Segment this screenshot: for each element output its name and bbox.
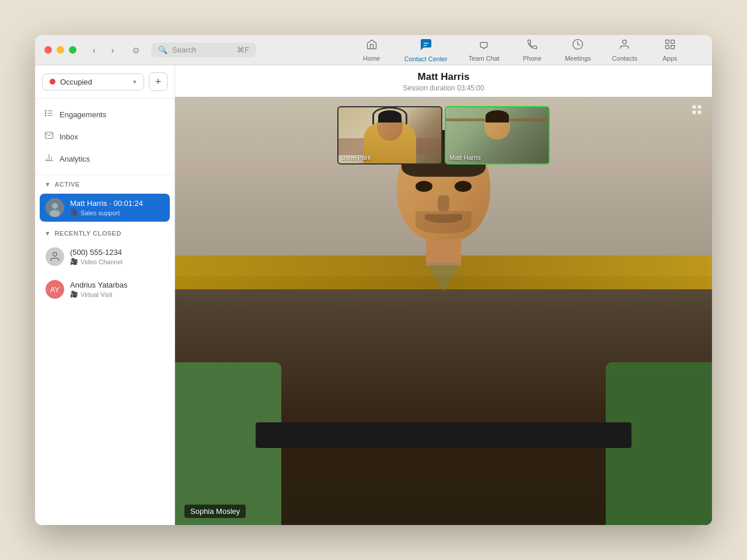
- sidebar-nav: Engagements Inbox: [35, 99, 174, 175]
- analytics-icon: [44, 153, 54, 164]
- svg-rect-3: [671, 40, 675, 43]
- analytics-label: Analytics: [60, 155, 90, 163]
- nav-label-home: Home: [363, 55, 380, 62]
- close-button[interactable]: [44, 46, 52, 54]
- person-body: [344, 262, 543, 498]
- back-button[interactable]: ‹: [86, 42, 102, 58]
- person-nose: [438, 195, 449, 211]
- team-chat-icon: [478, 38, 490, 53]
- closed-item-info: (500) 555-1234 🎥 Video Channel: [70, 248, 164, 265]
- svg-rect-2: [666, 40, 669, 43]
- thumbnail-jane-park[interactable]: Jane Park: [337, 106, 442, 164]
- closed-section-label: RECENTLY CLOSED: [54, 230, 121, 237]
- nav-label-team-chat: Team Chat: [469, 55, 500, 62]
- svg-point-17: [52, 203, 58, 209]
- status-dropdown[interactable]: Occupied ▾: [42, 74, 144, 90]
- phone-icon: [526, 38, 538, 53]
- status-label: Occupied: [60, 78, 128, 86]
- sidebar-item-engagements[interactable]: Engagements: [35, 103, 174, 125]
- search-shortcut: ⌘F: [237, 46, 249, 54]
- person-neck: [426, 239, 461, 265]
- app-window: ‹ › ⊙ 🔍 Search ⌘F Home: [35, 35, 712, 525]
- contacts-icon: [619, 38, 630, 53]
- nav-label-apps: Apps: [662, 55, 677, 62]
- nav-label-contact-center: Contact Center: [404, 55, 448, 62]
- video-icon-small: 🎥: [70, 209, 78, 216]
- main-content: Occupied ▾ +: [35, 65, 712, 525]
- nav-item-contacts[interactable]: Contacts: [603, 35, 647, 65]
- home-icon: [366, 38, 378, 53]
- svg-rect-23: [698, 111, 701, 114]
- svg-rect-4: [666, 45, 669, 48]
- video-main: Jane Park Matt Harris: [175, 97, 712, 525]
- search-bar[interactable]: 🔍 Search ⌘F: [151, 43, 256, 57]
- closed-item-name: (500) 555-1234: [70, 248, 164, 257]
- apps-icon: [664, 38, 676, 53]
- inbox-label: Inbox: [60, 132, 78, 141]
- video-icon-small: 🎥: [70, 258, 78, 265]
- closed-item-unknown-caller[interactable]: (500) 555-1234 🎥 Video Channel: [40, 243, 170, 271]
- nav-item-meetings[interactable]: Meetings: [556, 35, 601, 65]
- svg-rect-21: [698, 106, 701, 109]
- svg-point-1: [623, 40, 627, 44]
- closed-section-header[interactable]: ▼ RECENTLY CLOSED: [35, 224, 174, 240]
- thumb-jane-head: [377, 110, 403, 141]
- active-section-header[interactable]: ▼ ACTIVE: [35, 175, 174, 191]
- minimize-button[interactable]: [57, 46, 64, 54]
- nav-item-phone[interactable]: Phone: [511, 35, 553, 65]
- nav-item-apps[interactable]: Apps: [649, 35, 691, 65]
- closed-item-name: Andrius Yatarbas: [70, 281, 164, 289]
- grid-layout-icon[interactable]: [691, 104, 703, 118]
- dropdown-arrow-icon: ▾: [133, 78, 137, 86]
- nav-arrows: ‹ ›: [86, 42, 121, 58]
- session-duration: Session duration 03:45:00: [175, 84, 712, 92]
- closed-item-info: Andrius Yatarbas 🎥 Virtual Visit: [70, 281, 164, 298]
- engagements-label: Engagements: [60, 110, 106, 119]
- nav-item-team-chat[interactable]: Team Chat: [459, 35, 509, 65]
- avatar: [46, 198, 64, 217]
- closed-item-sub: 🎥 Video Channel: [70, 258, 164, 265]
- thumbnails-container: Jane Park Matt Harris: [337, 106, 550, 164]
- svg-rect-20: [693, 106, 696, 109]
- sidebar-top: Occupied ▾ +: [35, 65, 174, 99]
- history-button[interactable]: ⊙: [128, 42, 144, 58]
- svg-rect-5: [671, 45, 675, 48]
- active-item-name: Matt Harris · 00:01:24: [70, 199, 164, 208]
- sidebar-item-inbox[interactable]: Inbox: [35, 125, 174, 148]
- nav-label-phone: Phone: [523, 55, 542, 62]
- active-item-sub: 🎥 Sales support: [70, 209, 164, 216]
- maximize-button[interactable]: [69, 46, 76, 54]
- closed-item-andrius[interactable]: AY Andrius Yatarbas 🎥 Virtual Visit: [40, 275, 170, 303]
- add-engagement-button[interactable]: +: [149, 72, 167, 91]
- svg-point-10: [45, 113, 46, 114]
- sidebar-item-analytics[interactable]: Analytics: [35, 148, 174, 170]
- nav-label-contacts: Contacts: [612, 55, 637, 62]
- contact-center-icon: [420, 38, 432, 54]
- nav-item-contact-center[interactable]: Contact Center: [395, 35, 457, 66]
- nav-label-meetings: Meetings: [565, 55, 591, 62]
- svg-point-19: [53, 253, 57, 257]
- active-engagement-matt-harris[interactable]: Matt Harris · 00:01:24 🎥 Sales support: [40, 194, 170, 222]
- person-stubble: [416, 211, 472, 233]
- thumb-matt-hair: [486, 110, 509, 123]
- active-item-info: Matt Harris · 00:01:24 🎥 Sales support: [70, 199, 164, 216]
- engagements-icon: [44, 108, 54, 120]
- svg-point-18: [50, 210, 60, 217]
- thumb-matt-head: [484, 110, 510, 139]
- closed-chevron-icon: ▼: [44, 230, 51, 237]
- person-vneck: [426, 262, 461, 292]
- traffic-lights: [44, 46, 76, 54]
- svg-rect-22: [693, 111, 696, 114]
- thumb-name-jane: Jane Park: [342, 154, 371, 161]
- person-eye-left: [416, 181, 432, 192]
- active-chevron-icon: ▼: [44, 181, 51, 188]
- video-icon-small: 🎥: [70, 290, 78, 298]
- top-nav: Home Contact Center Team Chat: [339, 35, 703, 66]
- video-area: Matt Harris Session duration 03:45:00: [175, 65, 712, 525]
- main-participant-label: Sophia Mosley: [184, 505, 246, 518]
- forward-button[interactable]: ›: [104, 42, 121, 58]
- avatar: [46, 247, 64, 266]
- thumbnail-matt-harris[interactable]: Matt Harris: [445, 106, 550, 164]
- sidebar: Occupied ▾ +: [35, 65, 175, 525]
- nav-item-home[interactable]: Home: [351, 35, 393, 65]
